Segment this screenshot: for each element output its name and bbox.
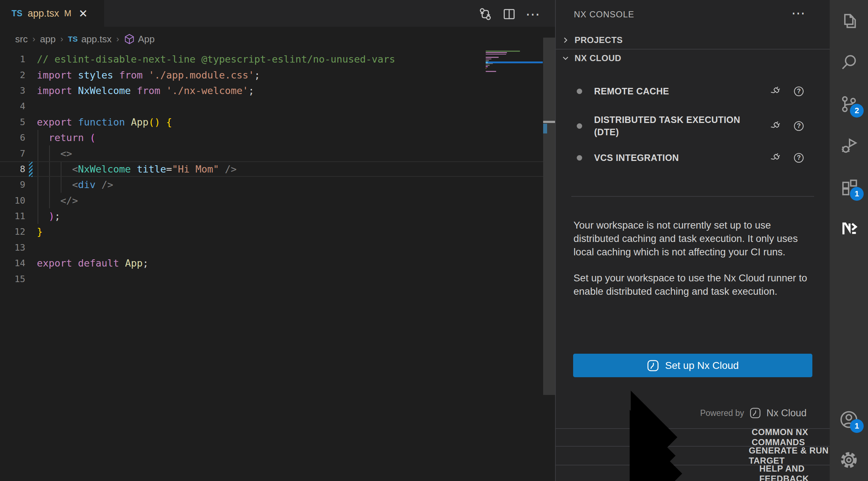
code-line[interactable]: 9 <div /> [0,177,543,192]
tab-app-tsx[interactable]: TS app.tsx M ✕ [0,0,104,27]
line-number: 15 [0,274,25,284]
status-dot-icon [577,89,582,94]
feature-vcs-integration[interactable]: VCS INTEGRATION ? [556,148,830,168]
status-paragraph: Set up your workspace to use the Nx Clou… [573,271,816,298]
status-dot-icon [577,123,582,129]
git-modified-badge: M [64,8,71,18]
explorer-icon[interactable] [839,12,858,30]
breadcrumb[interactable]: src › app › TS app.tsx › App [0,27,555,51]
tab-bar: TS app.tsx M ✕ [0,0,555,27]
breadcrumb-folder[interactable]: app [40,34,56,45]
editor-pane: TS app.tsx M ✕ ⋯ src › app › [0,0,555,481]
section-projects[interactable]: PROJECTS [556,32,830,48]
feature-dte[interactable]: DISTRIBUTED TASK EXECUTION (DTE) ? [556,108,830,143]
line-number: 13 [0,242,25,253]
connect-plug-icon[interactable] [770,120,781,132]
accounts-badge: 1 [850,419,864,433]
editor-scrollbar[interactable] [543,38,555,395]
breadcrumb-file[interactable]: app.tsx [81,34,112,45]
code-line[interactable]: 12} [0,224,543,239]
close-tab-icon[interactable]: ✕ [78,7,87,20]
feature-label: DISTRIBUTED TASK EXECUTION (DTE) [594,114,757,138]
code-text[interactable]: } [37,226,43,237]
powered-by-brand: Nx Cloud [766,408,807,419]
question-icon[interactable]: ? [793,152,804,163]
code-text[interactable]: return ( [37,132,96,143]
search-icon[interactable] [839,53,858,72]
code-text[interactable]: export function App() { [37,116,172,128]
code-line[interactable]: 13 [0,240,543,255]
code-line[interactable]: 5export function App() { [0,114,543,130]
code-text[interactable]: // eslint-disable-next-line @typescript-… [37,54,395,65]
code-line[interactable]: 11 ); [0,208,543,224]
code-text[interactable]: import styles from './app.module.css'; [37,69,260,81]
code-line[interactable]: 3import NxWelcome from './nx-welcome'; [0,83,543,98]
line-number: 1 [0,54,25,64]
status-dot-icon [577,155,582,161]
question-icon[interactable]: ? [793,86,804,97]
section-help-and-feedback[interactable]: HELP AND FEEDBACK [556,465,830,481]
tab-label: app.tsx [27,8,59,19]
symbol-cube-icon [124,34,135,44]
editor-more-actions-icon[interactable]: ⋯ [525,7,541,22]
minimap[interactable] [486,51,543,78]
code-text[interactable]: export default App; [37,257,149,269]
minimap-active-line [486,61,543,63]
line-number: 4 [0,101,25,111]
breadcrumb-folder[interactable]: src [15,34,28,45]
code-line[interactable]: 2import styles from './app.module.css'; [0,67,543,82]
svg-text:?: ? [797,122,801,129]
code-text[interactable]: ); [37,210,60,222]
chevron-down-icon [561,54,570,63]
settings-gear-icon[interactable] [839,451,858,469]
source-control-icon[interactable]: 2 [839,95,858,114]
code-lines[interactable]: 1// eslint-disable-next-line @typescript… [0,51,543,287]
typescript-file-icon: TS [68,35,78,43]
chevron-right-icon [561,376,755,481]
nx-console-icon[interactable] [839,220,858,238]
code-text[interactable]: <> [37,148,72,159]
code-line[interactable]: 14export default App; [0,255,543,271]
line-number: 7 [0,148,25,159]
divider [571,196,814,197]
code-text[interactable]: <NxWelcome title="Hi Mom" /> [37,163,237,175]
code-line[interactable]: 6 return ( [0,130,543,145]
code-line[interactable]: 15 [0,271,543,286]
connect-plug-icon[interactable] [770,152,781,163]
line-number: 10 [0,195,25,206]
panel-more-actions-icon[interactable]: ⋯ [791,5,806,21]
line-number: 9 [0,179,25,190]
status-paragraph: Your workspace is not currently set up t… [573,218,816,259]
code-text[interactable]: <div /> [37,179,113,190]
connect-plug-icon[interactable] [770,86,781,97]
breadcrumb-symbol[interactable]: App [138,34,155,45]
section-label: NX CLOUD [575,53,621,63]
line-number: 14 [0,258,25,268]
code-line[interactable]: 10 </> [0,193,543,208]
source-control-badge: 2 [850,104,864,118]
code-line[interactable]: 7 <> [0,145,543,161]
extensions-icon[interactable]: 1 [839,178,858,197]
feature-label: REMOTE CACHE [594,85,757,97]
accounts-icon[interactable]: 1 [839,410,858,429]
gutter-modified-indicator [29,162,33,177]
workspace-status-text: Your workspace is not currently set up t… [573,218,816,311]
feature-label: VCS INTEGRATION [594,152,757,164]
minimap-modified-marker [486,61,488,63]
code-text[interactable]: </> [37,195,78,206]
feature-remote-cache[interactable]: REMOTE CACHE ? [556,81,830,101]
code-text[interactable]: import NxWelcome from './nx-welcome'; [37,85,254,96]
run-debug-icon[interactable] [839,136,858,155]
code-line[interactable]: 8 <NxWelcome title="Hi Mom" /> [0,161,543,177]
typescript-file-icon: TS [12,9,22,18]
line-number: 5 [0,117,25,127]
open-changes-icon[interactable] [478,7,493,22]
code-line[interactable]: 4 [0,98,543,114]
split-editor-icon[interactable] [502,7,517,22]
activity-bar: 2 1 [830,0,868,481]
section-nx-cloud[interactable]: NX CLOUD [556,50,830,67]
question-icon[interactable]: ? [793,120,804,132]
overview-cursor-marker [543,121,555,123]
breadcrumb-separator-icon: › [60,34,63,44]
code-line[interactable]: 1// eslint-disable-next-line @typescript… [0,51,543,67]
